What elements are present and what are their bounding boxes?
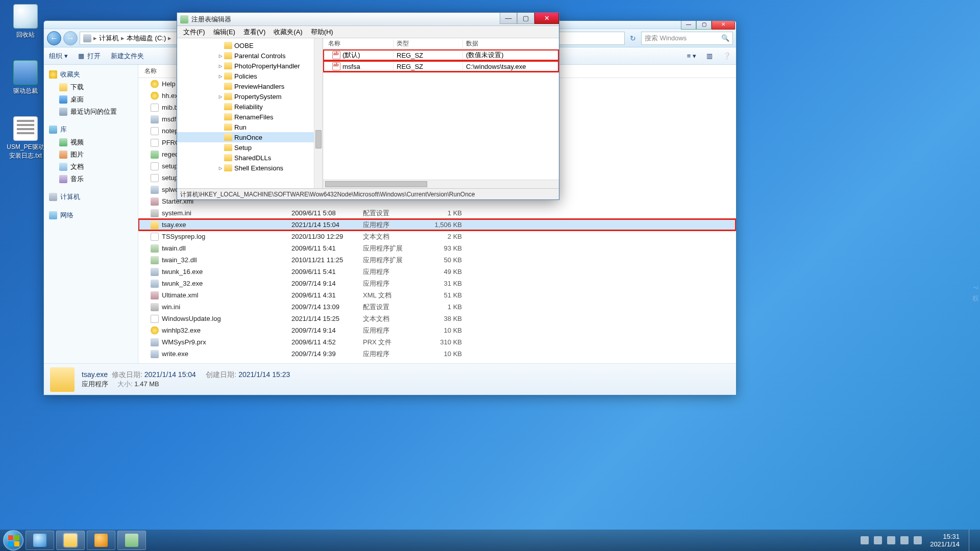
tree-scrollbar[interactable] [314, 38, 323, 188]
tree-item[interactable]: ▷PropertySystem [177, 91, 323, 102]
start-button[interactable] [3, 530, 23, 550]
tree-item[interactable]: Setup [177, 142, 323, 153]
sidebar-item-downloads[interactable]: 下载 [44, 81, 138, 93]
desktop-icon-recycle[interactable]: 回收站 [6, 4, 45, 39]
tray-icon[interactable] [887, 536, 895, 544]
preview-pane-icon[interactable]: ▥ [706, 52, 713, 60]
registry-value-row[interactable]: (默认)REG_SZ(数值未设置) [323, 49, 559, 61]
file-row[interactable]: WindowsUpdate.log2021/1/14 15:25文本文档38 K… [138, 313, 736, 324]
menu-favorites[interactable]: 收藏夹(A) [271, 27, 305, 38]
taskbar-media[interactable] [87, 531, 115, 550]
expand-icon[interactable]: ▷ [217, 73, 224, 80]
system-tray: 15:31 2021/1/14 [861, 530, 977, 551]
music-icon [59, 175, 67, 183]
registry-values-pane: 名称 类型 数据 (默认)REG_SZ(数值未设置)msfsaREG_SZC:\… [323, 38, 559, 188]
file-row[interactable]: write.exe2009/7/14 9:39应用程序10 KB [138, 348, 736, 360]
new-folder-button[interactable]: 新建文件夹 [111, 52, 144, 61]
desktop-icon-label: USM_PE驱动安装日志.txt [6, 143, 45, 160]
values-scrollbar[interactable] [323, 180, 559, 188]
sidebar-item-documents[interactable]: 文档 [44, 161, 138, 173]
breadcrumb-segment[interactable]: 本地磁盘 (C:) [127, 34, 166, 43]
file-row[interactable]: system.ini2009/6/11 5:08配置设置1 KB [138, 207, 736, 219]
tree-item[interactable]: ▷Shell Extensions [177, 163, 323, 173]
sidebar-item-libraries[interactable]: 库 [44, 123, 138, 136]
sidebar-item-pictures[interactable]: 图片 [44, 148, 138, 161]
file-row[interactable]: WMSysPr9.prx2009/6/11 4:52PRX 文件310 KB [138, 336, 736, 348]
tree-item[interactable]: RunOnce [177, 132, 323, 142]
breadcrumb-segment[interactable]: 计算机 [99, 34, 119, 43]
tree-item[interactable]: RenameFiles [177, 112, 323, 122]
desktop-icon-txt[interactable]: USM_PE驱动安装日志.txt [6, 116, 45, 160]
regedit-titlebar[interactable]: 注册表编辑器 — ▢ ✕ [177, 13, 559, 26]
open-button[interactable]: ▦打开 [78, 52, 101, 61]
sidebar-item-videos[interactable]: 视频 [44, 136, 138, 148]
tree-item[interactable]: SharedDLLs [177, 153, 323, 163]
vcol-type[interactable]: 类型 [394, 39, 463, 48]
menu-file[interactable]: 文件(F) [180, 27, 208, 38]
file-row[interactable]: tsay.exe2021/1/14 15:04应用程序1,506 KB [138, 219, 736, 231]
regedit-close-button[interactable]: ✕ [534, 13, 559, 24]
sidebar-item-network[interactable]: 网络 [44, 209, 138, 222]
nav-forward-button[interactable]: → [63, 31, 78, 45]
file-row[interactable]: twunk_32.exe2009/7/14 9:14应用程序31 KB [138, 278, 736, 289]
menu-edit[interactable]: 编辑(E) [210, 27, 238, 38]
file-row[interactable]: twunk_16.exe2009/6/11 5:41应用程序49 KB [138, 266, 736, 278]
sidebar-item-music[interactable]: 音乐 [44, 173, 138, 185]
menu-view[interactable]: 查看(V) [240, 27, 268, 38]
network-icon[interactable] [900, 536, 909, 544]
status-mod-label: 修改日期: [112, 370, 142, 379]
search-input[interactable]: 搜索 Windows 🔍 [641, 32, 733, 45]
tree-item[interactable]: ▷Parental Controls [177, 51, 323, 61]
file-row[interactable]: win.ini2009/7/14 13:09配置设置1 KB [138, 301, 736, 313]
taskbar-regedit[interactable] [117, 531, 146, 550]
tray-clock[interactable]: 15:31 2021/1/14 [930, 533, 960, 548]
tree-item[interactable]: OOBE [177, 40, 323, 51]
vcol-data[interactable]: 数据 [463, 39, 559, 48]
scrollbar-thumb[interactable] [325, 181, 427, 187]
desktop-icon-driver[interactable]: 驱动总裁 [6, 60, 45, 95]
close-button[interactable]: ✕ [712, 20, 735, 30]
organize-menu[interactable]: 组织 ▾ [49, 52, 68, 61]
show-desktop-button[interactable] [969, 530, 976, 551]
tree-item[interactable]: Reliability [177, 102, 323, 112]
maximize-button[interactable]: ▢ [696, 20, 712, 30]
scrollbar-thumb[interactable] [315, 130, 322, 148]
tree-item[interactable]: ▷PhotoPropertyHandler [177, 61, 323, 71]
flag-icon[interactable] [874, 536, 882, 544]
refresh-icon[interactable]: ↻ [627, 34, 639, 42]
sidebar-item-recent[interactable]: 最近访问的位置 [44, 106, 138, 118]
volume-icon[interactable] [914, 536, 922, 544]
file-row[interactable]: winhlp32.exe2009/7/14 9:14应用程序10 KB [138, 324, 736, 336]
taskbar-ie[interactable] [26, 531, 54, 550]
file-row[interactable]: Ultimate.xml2009/6/11 4:31XML 文档51 KB [138, 289, 736, 301]
registry-tree[interactable]: OOBE▷Parental Controls▷PhotoPropertyHand… [177, 38, 323, 188]
file-icon [151, 268, 159, 276]
tray-icon[interactable] [861, 536, 869, 544]
file-row[interactable]: twain.dll2009/6/11 5:41应用程序扩展93 KB [138, 242, 736, 254]
values-header[interactable]: 名称 类型 数据 [323, 38, 559, 49]
help-icon[interactable]: ❔ [723, 52, 731, 60]
expand-icon[interactable]: ▷ [217, 165, 224, 171]
taskbar-explorer[interactable] [56, 531, 85, 550]
minimize-button[interactable]: — [681, 20, 696, 30]
menu-help[interactable]: 帮助(H) [308, 27, 336, 38]
nav-back-button[interactable]: ← [47, 31, 61, 45]
file-name: twain.dll [162, 244, 186, 252]
regedit-minimize-button[interactable]: — [500, 13, 517, 24]
vcol-name[interactable]: 名称 [323, 39, 394, 48]
view-menu-icon[interactable]: ≡ ▾ [687, 52, 696, 60]
file-row[interactable]: twain_32.dll2010/11/21 11:25应用程序扩展50 KB [138, 254, 736, 266]
tree-item[interactable]: ▷Policies [177, 71, 323, 81]
tree-item[interactable]: PreviewHandlers [177, 81, 323, 91]
regedit-maximize-button[interactable]: ▢ [517, 13, 534, 24]
tree-item[interactable]: Run [177, 122, 323, 132]
expand-icon[interactable]: ▷ [217, 93, 224, 100]
expand-icon[interactable]: ▷ [217, 63, 224, 69]
registry-value-row[interactable]: msfsaREG_SZC:\windows\tsay.exe [323, 61, 559, 72]
sidebar-item-desktop[interactable]: 桌面 [44, 93, 138, 106]
file-row[interactable]: TSSysprep.log2020/11/30 12:29文本文档2 KB [138, 231, 736, 242]
expand-icon[interactable]: ▷ [217, 53, 224, 59]
key-folder-icon [224, 134, 232, 141]
sidebar-item-computer[interactable]: 计算机 [44, 190, 138, 204]
sidebar-item-favorites[interactable]: 收藏夹 [44, 68, 138, 81]
